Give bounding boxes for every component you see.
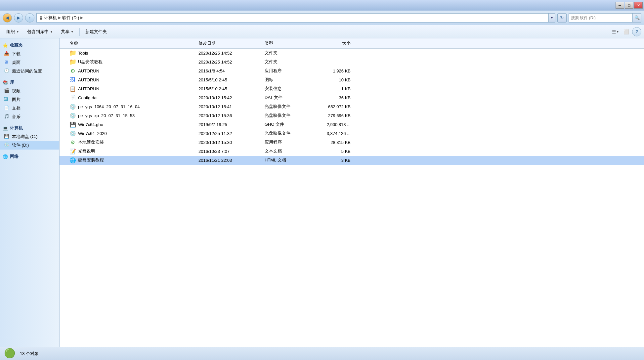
table-row[interactable]: 💿 pe_yqs_xp_20_07_31_15_53 2020/10/12 15… <box>60 111 644 120</box>
file-name: pe_yqs_1064_20_07_31_16_04 <box>78 104 140 109</box>
file-type: 安装信息 <box>265 86 318 92</box>
crumb-arrow-1: ▶ <box>58 16 61 20</box>
minimize-button[interactable]: ─ <box>616 2 624 9</box>
statusbar: 🟢 13 个对象 <box>0 347 644 360</box>
crumb-softd[interactable]: 软件 (D:) <box>62 15 79 21</box>
organize-button[interactable]: 组织 ▼ <box>3 27 23 37</box>
file-icon-gho: 💾 <box>69 121 76 128</box>
local-c-icon: 💾 <box>4 134 10 140</box>
sidebar-item-download[interactable]: 📥 下载 <box>0 50 59 58</box>
file-name: AUTORUN <box>78 86 99 91</box>
file-date: 2020/10/12 15:36 <box>198 113 265 118</box>
file-date: 2016/10/23 7:07 <box>198 149 265 154</box>
table-row[interactable]: 📁 U盘安装教程 2020/12/25 14:52 文件夹 <box>60 58 644 67</box>
sidebar-section-header-favorites[interactable]: ⭐ 收藏夹 <box>0 41 59 50</box>
address-path: 🖥 计算机 ▶ 软件 (D:) ▶ <box>36 13 549 22</box>
search-button[interactable]: 🔍 <box>632 14 641 22</box>
column-header-type[interactable]: 类型 <box>265 40 318 46</box>
file-date: 2020/12/25 14:52 <box>198 51 265 56</box>
file-name: 光盘说明 <box>78 148 95 154</box>
forward-button[interactable]: ▶ <box>14 13 23 22</box>
sidebar-favorites-section: ⭐ 收藏夹 📥 下载 🖥 桌面 🕐 最近访问的位置 <box>0 41 59 75</box>
preview-pane-button[interactable]: ⬜ <box>622 27 631 36</box>
share-dropdown-arrow: ▼ <box>71 30 74 33</box>
up-button[interactable]: ↑ <box>25 13 34 22</box>
sidebar-section-header-network[interactable]: 🌐 网络 <box>0 152 59 161</box>
toolbar-right: ☰ ▼ ⬜ ? <box>611 27 641 36</box>
soft-d-icon: 💿 <box>4 142 10 148</box>
table-row[interactable]: 🌐 硬盘安装教程 2016/11/21 22:03 HTML 文档 3 KB <box>60 156 644 165</box>
sidebar-section-header-computer[interactable]: 💻 计算机 <box>0 124 59 132</box>
file-icon-iso: 💿 <box>69 103 76 110</box>
network-icon: 🌐 <box>3 154 8 159</box>
sidebar-item-local-c[interactable]: 💾 本地磁盘 (C:) <box>0 132 59 141</box>
back-button[interactable]: ◀ <box>3 13 12 22</box>
sidebar-item-document[interactable]: 📄 文档 <box>0 104 59 112</box>
file-type: DAT 文件 <box>265 95 318 101</box>
help-button[interactable]: ? <box>632 27 641 36</box>
crumb-arrow-2: ▶ <box>80 16 83 20</box>
address-dropdown-button[interactable]: ▼ <box>549 13 555 22</box>
sidebar-network-section: 🌐 网络 <box>0 152 59 161</box>
file-size: 5 KB <box>318 149 357 154</box>
include-dropdown-arrow: ▼ <box>50 30 53 33</box>
sidebar-item-picture[interactable]: 🖼 图片 <box>0 95 59 104</box>
library-icon: 📚 <box>3 80 8 85</box>
table-row[interactable]: 📋 AUTORUN 2015/5/10 2:45 安装信息 1 KB <box>60 84 644 93</box>
column-header-date[interactable]: 修改日期 <box>198 40 265 46</box>
new-folder-button[interactable]: 新建文件夹 <box>82 27 110 37</box>
table-row[interactable]: 📁 Tools 2020/12/25 14:52 文件夹 <box>60 49 644 58</box>
file-size: 28,315 KB <box>318 140 357 145</box>
file-date: 2020/12/25 14:52 <box>198 60 265 65</box>
search-box: 🔍 <box>569 13 641 22</box>
file-date: 2015/5/10 2:45 <box>198 86 265 91</box>
table-row[interactable]: 📄 Config.dat 2020/10/12 15:42 DAT 文件 36 … <box>60 93 644 102</box>
table-row[interactable]: 📝 光盘说明 2016/10/23 7:07 文本文档 5 KB <box>60 147 644 156</box>
view-dropdown-button[interactable]: ☰ ▼ <box>611 27 620 36</box>
addressbar: ◀ ▶ ↑ 🖥 计算机 ▶ 软件 (D:) ▶ ▼ ↻ 🔍 <box>0 11 644 25</box>
column-header-name[interactable]: 名称 <box>60 40 198 46</box>
sidebar-library-section: 📚 库 🎬 视频 🖼 图片 📄 文档 🎵 音乐 <box>0 78 59 121</box>
sidebar-item-desktop[interactable]: 🖥 桌面 <box>0 58 59 67</box>
file-name: 本地硬盘安装 <box>78 139 104 145</box>
close-button[interactable]: ✕ <box>634 2 643 9</box>
titlebar: ─ □ ✕ <box>0 0 644 11</box>
sidebar-item-music[interactable]: 🎵 音乐 <box>0 112 59 121</box>
file-size: 1,926 KB <box>318 68 357 73</box>
include-button[interactable]: 包含到库中 ▼ <box>23 27 57 37</box>
table-row[interactable]: ⚙ AUTORUN 2016/1/8 4:54 应用程序 1,926 KB <box>60 67 644 75</box>
file-icon-ico: 🖼 <box>69 76 76 83</box>
file-date: 2016/1/8 4:54 <box>198 68 265 73</box>
refresh-button[interactable]: ↻ <box>557 13 567 22</box>
file-type: 应用程序 <box>265 68 318 74</box>
crumb-computer[interactable]: 🖥 计算机 <box>39 15 57 21</box>
file-size: 3 KB <box>318 158 357 163</box>
column-header-size[interactable]: 大小 <box>318 40 357 46</box>
search-input[interactable] <box>569 16 632 20</box>
maximize-button[interactable]: □ <box>625 2 633 9</box>
share-button[interactable]: 共享 ▼ <box>57 27 77 37</box>
file-size: 10 KB <box>318 77 357 82</box>
file-icon-exe: ⚙ <box>69 68 76 74</box>
organize-dropdown-arrow: ▼ <box>16 30 19 33</box>
file-name: U盘安装教程 <box>78 59 103 65</box>
file-size: 2,900,813 ... <box>318 122 357 127</box>
sidebar-item-video[interactable]: 🎬 视频 <box>0 87 59 95</box>
sidebar-item-soft-d[interactable]: 💿 软件 (D:) <box>0 141 59 150</box>
view-arrow: ▼ <box>616 30 619 33</box>
table-row[interactable]: ⚙ 本地硬盘安装 2020/10/12 15:30 应用程序 28,315 KB <box>60 138 644 147</box>
sidebar-item-recent[interactable]: 🕐 最近访问的位置 <box>0 67 59 75</box>
table-row[interactable]: 💿 pe_yqs_1064_20_07_31_16_04 2020/10/12 … <box>60 102 644 111</box>
sidebar-section-header-library[interactable]: 📚 库 <box>0 78 59 87</box>
sidebar-computer-section: 💻 计算机 💾 本地磁盘 (C:) 💿 软件 (D:) <box>0 124 59 150</box>
file-icon-iso: 💿 <box>69 130 76 137</box>
table-row[interactable]: 💿 Win7x64_2020 2020/12/25 11:32 光盘映像文件 3… <box>60 129 644 138</box>
file-type: 应用程序 <box>265 139 318 145</box>
file-size: 36 KB <box>318 95 357 100</box>
computer-section-icon: 💻 <box>3 126 8 131</box>
titlebar-buttons: ─ □ ✕ <box>616 2 643 9</box>
table-row[interactable]: 🖼 AUTORUN 2015/5/10 2:45 图标 10 KB <box>60 75 644 84</box>
file-size: 279,696 KB <box>318 113 357 118</box>
table-row[interactable]: 💾 Win7x64.gho 2019/9/7 19:25 GHO 文件 2,90… <box>60 120 644 129</box>
file-type: 光盘映像文件 <box>265 104 318 110</box>
